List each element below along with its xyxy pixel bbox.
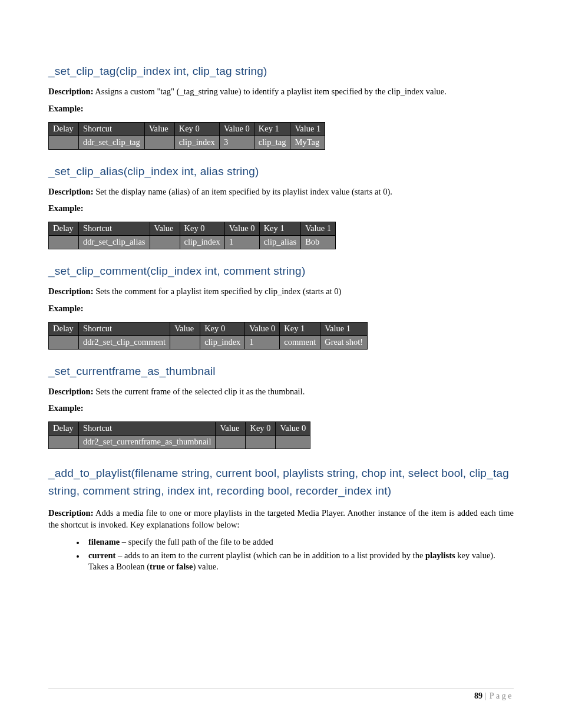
td-value1: Great shot! <box>320 335 368 349</box>
td-value0 <box>276 436 310 449</box>
heading-set-clip-comment: _set_clip_comment(clip_index int, commen… <box>48 265 514 278</box>
desc-set-clip-tag: Description: Assigns a custom "tag" (_ta… <box>48 86 514 98</box>
td-delay <box>49 136 79 149</box>
th-key0: Key 0 <box>174 122 219 136</box>
table-set-clip-tag: Delay Shortcut Value Key 0 Value 0 Key 1… <box>48 122 325 150</box>
heading-set-clip-alias: _set_clip_alias(clip_index int, alias st… <box>48 165 514 178</box>
list-item: filename – specify the full path of the … <box>85 536 514 548</box>
desc-label: Description: <box>48 187 94 196</box>
key-filename: filename <box>88 537 120 546</box>
key-playlists: playlists <box>425 551 455 560</box>
th-value1: Value 1 <box>320 322 368 335</box>
list-item: current – adds to an item to the current… <box>85 550 514 573</box>
example-label: Example: <box>48 203 514 213</box>
td-key1: comment <box>280 335 320 349</box>
table-row: ddr_set_clip_tag clip_index 3 clip_tag M… <box>49 136 325 149</box>
td-delay <box>49 335 79 349</box>
page-number: 89 <box>474 691 482 700</box>
desc-text: Assigns a custom "tag" (_tag_string valu… <box>94 87 447 96</box>
th-key1: Key 1 <box>280 322 320 335</box>
th-value: Value <box>170 322 200 335</box>
desc-set-currentframe-thumbnail: Description: Sets the current frame of t… <box>48 386 514 398</box>
table-header-row: Delay Shortcut Value Key 0 Value 0 Key 1… <box>49 322 368 335</box>
table-header-row: Delay Shortcut Value Key 0 Value 0 Key 1… <box>49 122 325 136</box>
th-key1: Key 1 <box>259 222 301 236</box>
th-shortcut: Shortcut <box>79 422 216 436</box>
key-list: filename – specify the full path of the … <box>48 536 514 573</box>
th-value0: Value 0 <box>245 322 280 335</box>
key-current: current <box>88 551 115 560</box>
td-key0: clip_index <box>180 236 224 249</box>
desc-label: Description: <box>48 387 94 396</box>
td-shortcut: ddr2_set_currentframe_as_thumbnail <box>79 436 216 449</box>
desc-text: Sets the comment for a playlist item spe… <box>94 286 342 296</box>
desc-text: Set the display name (alias) of an item … <box>94 187 392 196</box>
desc-text: Sets the current frame of the selected c… <box>94 387 305 396</box>
th-value0: Value 0 <box>219 122 254 136</box>
th-shortcut: Shortcut <box>79 222 150 236</box>
table-header-row: Delay Shortcut Value Key 0 Value 0 <box>49 422 310 436</box>
td-value <box>170 335 200 349</box>
th-shortcut: Shortcut <box>79 322 170 335</box>
example-label: Example: <box>48 403 514 413</box>
td-key0: clip_index <box>200 335 245 349</box>
td-value <box>150 236 180 249</box>
bool-or: or <box>165 562 176 571</box>
desc-label: Description: <box>48 87 94 96</box>
th-key0: Key 0 <box>246 422 276 436</box>
td-value0: 1 <box>224 236 259 249</box>
td-delay <box>49 436 79 449</box>
th-value1: Value 1 <box>290 122 325 136</box>
key-current-desc3: ) value. <box>193 562 218 571</box>
th-shortcut: Shortcut <box>79 122 145 136</box>
table-set-clip-alias: Delay Shortcut Value Key 0 Value 0 Key 1… <box>48 222 336 249</box>
td-shortcut: ddr_set_clip_tag <box>79 136 145 149</box>
bool-true: true <box>150 562 165 571</box>
key-current-desc1: – adds to an item to the current playlis… <box>115 551 425 560</box>
table-header-row: Delay Shortcut Value Key 0 Value 0 Key 1… <box>49 222 336 236</box>
desc-text: Adds a media file to one or more playlis… <box>48 508 514 529</box>
desc-set-clip-alias: Description: Set the display name (alias… <box>48 186 514 198</box>
th-value: Value <box>144 122 174 136</box>
td-key1: clip_alias <box>259 236 301 249</box>
table-row: ddr2_set_currentframe_as_thumbnail <box>49 436 310 449</box>
th-delay: Delay <box>49 422 79 436</box>
th-key0: Key 0 <box>200 322 245 335</box>
heading-set-clip-tag: _set_clip_tag(clip_index int, clip_tag s… <box>48 65 514 78</box>
td-value <box>144 136 174 149</box>
desc-set-clip-comment: Description: Sets the comment for a play… <box>48 286 514 298</box>
td-key0 <box>246 436 276 449</box>
heading-add-to-playlist: _add_to_playlist(filename string, curren… <box>48 465 514 499</box>
th-delay: Delay <box>49 122 79 136</box>
th-key1: Key 1 <box>254 122 290 136</box>
desc-add-to-playlist: Description: Adds a media file to one or… <box>48 508 514 531</box>
example-label: Example: <box>48 304 514 314</box>
footer-label: Page <box>490 691 514 700</box>
td-value1: Bob <box>301 236 336 249</box>
footer-sep: | <box>482 691 488 700</box>
example-label: Example: <box>48 104 514 114</box>
td-shortcut: ddr2_set_clip_comment <box>79 335 170 349</box>
table-set-currentframe-thumbnail: Delay Shortcut Value Key 0 Value 0 ddr2_… <box>48 421 310 449</box>
th-key0: Key 0 <box>180 222 224 236</box>
th-value0: Value 0 <box>224 222 259 236</box>
td-key0: clip_index <box>174 136 219 149</box>
td-key1: clip_tag <box>254 136 290 149</box>
th-delay: Delay <box>49 322 79 335</box>
table-row: ddr_set_clip_alias clip_index 1 clip_ali… <box>49 236 336 249</box>
td-value0: 3 <box>219 136 254 149</box>
td-value1: MyTag <box>290 136 325 149</box>
key-filename-desc: – specify the full path of the file to b… <box>120 537 273 546</box>
td-delay <box>49 236 79 249</box>
bool-false: false <box>176 562 193 571</box>
th-delay: Delay <box>49 222 79 236</box>
table-set-clip-comment: Delay Shortcut Value Key 0 Value 0 Key 1… <box>48 322 368 350</box>
td-shortcut: ddr_set_clip_alias <box>79 236 150 249</box>
th-value1: Value 1 <box>301 222 336 236</box>
page-footer: 89 | Page <box>48 689 514 701</box>
table-row: ddr2_set_clip_comment clip_index 1 comme… <box>49 335 368 349</box>
td-value0: 1 <box>245 335 280 349</box>
desc-label: Description: <box>48 508 94 518</box>
th-value: Value <box>150 222 180 236</box>
th-value0: Value 0 <box>276 422 310 436</box>
